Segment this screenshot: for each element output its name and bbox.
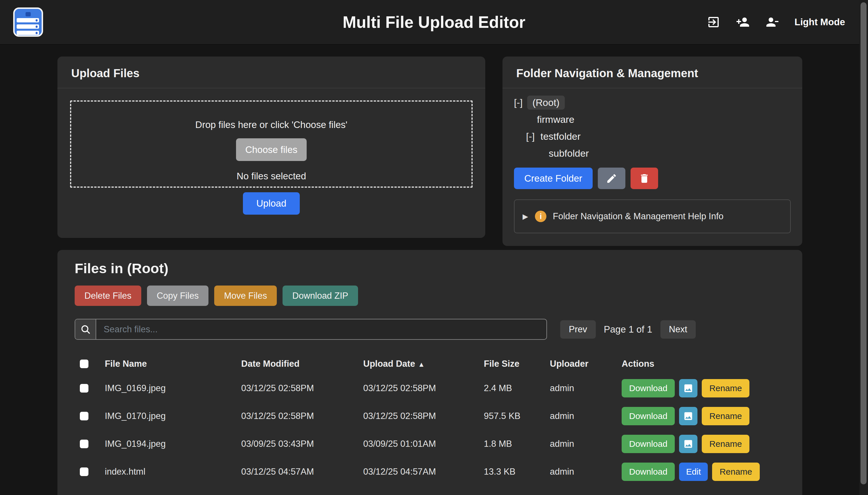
add-user-button[interactable] — [736, 15, 750, 29]
upload-card-title: Upload Files — [71, 67, 471, 80]
rename-button[interactable]: Rename — [712, 463, 760, 481]
folder-navigation-card: Folder Navigation & Management [-] (Root… — [502, 56, 802, 246]
folder-tree-item-firmware[interactable]: firmware — [514, 111, 791, 128]
upload-date: 03/09/25 01:01AM — [363, 439, 484, 449]
image-icon — [683, 439, 694, 449]
column-header-date-modified[interactable]: Date Modified — [241, 359, 363, 369]
files-list-card: Files in (Root) Delete Files Copy Files … — [57, 250, 802, 495]
person-add-icon — [736, 15, 750, 29]
search-input[interactable] — [96, 319, 547, 339]
file-name: IMG_0170.jpeg — [105, 411, 241, 421]
choose-files-button[interactable]: Choose files — [236, 138, 307, 161]
logout-icon — [707, 15, 720, 29]
app-header: Multi File Upload Editor Light Mode — [0, 0, 868, 45]
download-button[interactable]: Download — [622, 435, 675, 453]
upload-date: 03/12/25 02:58PM — [363, 383, 484, 393]
folder-help-label: Folder Navigation & Management Help Info — [553, 211, 723, 222]
preview-image-button[interactable] — [679, 379, 698, 397]
file-name: IMG_0194.jpeg — [105, 439, 241, 449]
info-icon: i — [535, 211, 547, 222]
uploader: admin — [550, 439, 622, 449]
date-modified: 03/12/25 02:58PM — [241, 383, 363, 393]
table-row: IMG_0194.jpeg 03/09/25 03:43PM 03/09/25 … — [74, 430, 785, 458]
table-row: index.html 03/12/25 04:57AM 03/12/25 04:… — [74, 458, 785, 485]
image-icon — [683, 411, 694, 421]
uploader: admin — [550, 411, 622, 421]
column-header-file-size[interactable]: File Size — [484, 359, 550, 369]
table-row: IMG_0170.jpeg 03/12/25 02:58PM 03/12/25 … — [74, 402, 785, 430]
header-actions: Light Mode — [707, 0, 845, 44]
upload-card-header: Upload Files — [57, 56, 485, 88]
files-table-header: File Name Date Modified Upload Date▲ Fil… — [74, 354, 785, 374]
edit-button[interactable]: Edit — [679, 463, 708, 481]
prev-page-button[interactable]: Prev — [560, 320, 596, 339]
folder-tree-item-root[interactable]: [-] (Root) — [514, 94, 791, 111]
column-header-upload-date[interactable]: Upload Date▲ — [363, 359, 484, 369]
remove-user-button[interactable] — [765, 15, 779, 29]
folder-card-header: Folder Navigation & Management — [502, 56, 802, 88]
next-page-button[interactable]: Next — [661, 320, 696, 339]
row-checkbox[interactable] — [80, 467, 88, 476]
row-checkbox[interactable] — [80, 384, 88, 393]
folder-help-expander[interactable]: ▶ i Folder Navigation & Management Help … — [514, 200, 791, 233]
move-files-button[interactable]: Move Files — [214, 286, 277, 306]
preview-image-button[interactable] — [679, 407, 698, 425]
file-size: 2.4 MB — [484, 383, 550, 393]
person-remove-icon — [765, 15, 779, 29]
logout-button[interactable] — [707, 15, 720, 29]
page-title: Multi File Upload Editor — [343, 13, 525, 32]
date-modified: 03/12/25 04:57AM — [241, 466, 363, 477]
pagination: Prev Page 1 of 1 Next — [560, 320, 696, 339]
file-size: 957.5 KB — [484, 411, 550, 421]
rename-button[interactable]: Rename — [702, 435, 749, 453]
pencil-icon — [606, 173, 617, 184]
app-logo-server-icon — [13, 7, 43, 37]
file-name: index.html — [105, 466, 241, 477]
light-mode-toggle[interactable]: Light Mode — [795, 17, 845, 28]
preview-image-button[interactable] — [679, 435, 698, 453]
file-name: IMG_0169.jpeg — [105, 383, 241, 393]
files-table: File Name Date Modified Upload Date▲ Fil… — [74, 354, 785, 485]
folder-card-title: Folder Navigation & Management — [516, 67, 788, 80]
sort-ascending-icon: ▲ — [418, 360, 425, 368]
select-all-checkbox[interactable] — [80, 360, 88, 368]
download-button[interactable]: Download — [622, 463, 675, 481]
folder-tree-label-subfolder[interactable]: subfolder — [548, 146, 590, 160]
image-icon — [683, 383, 694, 393]
folder-tree-label-root[interactable]: (Root) — [527, 96, 565, 109]
upload-button[interactable]: Upload — [243, 192, 300, 215]
folder-tree-label-testfolder[interactable]: testfolder — [539, 130, 582, 143]
dropzone-instructions: Drop files here or click 'Choose files' — [195, 119, 347, 130]
row-checkbox[interactable] — [80, 440, 88, 448]
row-checkbox[interactable] — [80, 412, 88, 421]
trash-icon — [638, 173, 650, 184]
folder-tree-label-firmware[interactable]: firmware — [536, 113, 575, 126]
main-content: Upload Files Drop files here or click 'C… — [0, 45, 868, 495]
uploader: admin — [550, 383, 622, 393]
file-dropzone[interactable]: Drop files here or click 'Choose files' … — [70, 100, 473, 188]
files-section-title: Files in (Root) — [74, 260, 785, 276]
collapse-toggle-icon[interactable]: [-] — [526, 131, 535, 142]
download-button[interactable]: Download — [622, 379, 675, 397]
column-header-file-name[interactable]: File Name — [105, 359, 241, 369]
collapse-toggle-icon[interactable]: [-] — [514, 97, 522, 108]
date-modified: 03/12/25 02:58PM — [241, 411, 363, 421]
scrollbar-thumb[interactable] — [861, 2, 867, 484]
rename-button[interactable]: Rename — [702, 379, 749, 397]
upload-files-card: Upload Files Drop files here or click 'C… — [57, 56, 485, 238]
copy-files-button[interactable]: Copy Files — [147, 286, 208, 306]
folder-tree-item-testfolder[interactable]: [-] testfolder — [514, 128, 791, 145]
file-size: 1.8 MB — [484, 439, 550, 449]
rename-button[interactable]: Rename — [702, 407, 749, 425]
create-folder-button[interactable]: Create Folder — [514, 168, 592, 189]
upload-date: 03/12/25 02:58PM — [363, 411, 484, 421]
caret-right-icon: ▶ — [522, 212, 528, 221]
no-files-selected-text: No files selected — [237, 171, 306, 182]
download-button[interactable]: Download — [622, 407, 675, 425]
download-zip-button[interactable]: Download ZIP — [283, 286, 358, 306]
delete-files-button[interactable]: Delete Files — [74, 286, 141, 306]
delete-folder-button[interactable] — [631, 168, 658, 189]
folder-tree-item-subfolder[interactable]: subfolder — [514, 145, 791, 162]
column-header-uploader[interactable]: Uploader — [550, 359, 622, 369]
rename-folder-button[interactable] — [598, 168, 625, 189]
